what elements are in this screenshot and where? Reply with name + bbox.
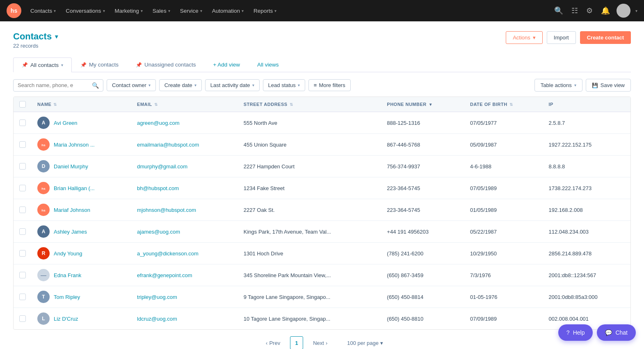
tab-unassigned-contacts[interactable]: 📌 Unassigned contacts <box>127 57 204 72</box>
contact-phone: (650) 867-3459 <box>381 264 464 286</box>
contact-email[interactable]: a_young@dickenson.com <box>137 250 199 257</box>
contact-name[interactable]: Ashley James <box>54 229 87 235</box>
contact-phone: (650) 450-8814 <box>381 286 464 308</box>
contacts-chevron-icon: ▾ <box>54 9 56 13</box>
row-checkbox[interactable] <box>19 250 26 257</box>
email-sort-icon[interactable]: ⇅ <box>154 102 158 107</box>
marketplace-icon[interactable]: ☷ <box>570 5 580 17</box>
contact-email[interactable]: efrank@genepoint.com <box>137 272 192 278</box>
contact-name[interactable]: Mariaf Johnson <box>54 207 90 213</box>
contact-ip: 2856.214.889.478 <box>543 243 630 264</box>
last-activity-date-filter[interactable]: Last activity date ▾ <box>205 79 260 91</box>
contact-dob: 01/05/1989 <box>464 199 543 221</box>
row-checkbox[interactable] <box>19 272 26 278</box>
per-page-selector[interactable]: 100 per page ▾ <box>347 340 383 346</box>
tab-all-contacts[interactable]: 📌 All contacts ▾ <box>13 57 72 72</box>
tab-all-views[interactable]: All views <box>249 57 288 72</box>
contact-email[interactable]: tripley@uog.com <box>137 294 177 300</box>
contact-name[interactable]: Brian Halligan (... <box>54 185 95 191</box>
nav-reports[interactable]: Reports ▾ <box>249 5 281 16</box>
row-checkbox[interactable] <box>19 294 26 300</box>
tab-my-contacts[interactable]: 📌 My contacts <box>72 57 127 72</box>
contact-name[interactable]: Andy Young <box>54 250 82 257</box>
col-street-address[interactable]: STREET ADDRESS ⇅ <box>238 97 381 112</box>
contact-address: 555 North Ave <box>238 112 381 134</box>
filter-bar: 🔍 Contact owner ▾ Create date ▾ Last act… <box>13 72 631 96</box>
notifications-icon[interactable]: 🔔 <box>599 5 612 17</box>
col-email[interactable]: EMAIL ⇅ <box>131 97 238 112</box>
phone-sort-icon[interactable]: ▼ <box>429 102 433 107</box>
contact-dob: 10/29/1950 <box>464 243 543 264</box>
create-contact-button[interactable]: Create contact <box>580 31 631 44</box>
contact-email[interactable]: mjohnson@hubspot.com <box>137 207 196 213</box>
help-button[interactable]: ? Help <box>558 324 593 341</box>
nav-marketing[interactable]: Marketing ▾ <box>111 5 147 16</box>
table-header-row: NAME ⇅ EMAIL ⇅ STREET ADDRESS ⇅ <box>14 97 630 112</box>
dob-sort-icon[interactable]: ⇅ <box>509 102 513 107</box>
contact-name[interactable]: Avi Green <box>54 120 78 126</box>
contact-email[interactable]: dmurphy@gmail.com <box>137 163 187 170</box>
next-page-button[interactable]: Next › <box>308 338 332 349</box>
lead-status-filter[interactable]: Lead status ▾ <box>263 79 305 91</box>
contact-email[interactable]: ldcruz@uog.com <box>137 316 177 322</box>
hubspot-logo[interactable]: hs <box>7 3 21 18</box>
row-checkbox[interactable] <box>19 163 26 170</box>
nav-sales[interactable]: Sales ▾ <box>148 5 174 16</box>
service-chevron-icon: ▾ <box>200 9 202 13</box>
contact-ip: 112.048.234.003 <box>543 221 630 243</box>
search-box[interactable]: 🔍 <box>13 79 103 92</box>
contact-name[interactable]: Edna Frank <box>54 272 81 278</box>
save-view-button[interactable]: 💾 Save view <box>586 79 631 92</box>
page-title-dropdown-icon[interactable]: ▾ <box>55 33 58 40</box>
create-date-filter[interactable]: Create date ▾ <box>159 79 202 91</box>
search-input[interactable] <box>18 82 89 88</box>
col-phone-number[interactable]: PHONE NUMBER ▼ <box>381 97 464 112</box>
import-button[interactable]: Import <box>547 31 576 44</box>
name-sort-icon[interactable]: ⇅ <box>53 102 57 107</box>
contact-address: 9 Tagore Lane Singapore, Singapo... <box>238 286 381 308</box>
contact-owner-filter[interactable]: Contact owner ▾ <box>107 79 156 91</box>
avatar: hs <box>37 204 50 216</box>
contact-email[interactable]: emailmaria@hubspot.com <box>137 142 199 148</box>
filter-chevron-icon: ▾ <box>148 83 151 87</box>
chat-button[interactable]: 💬 Chat <box>597 324 636 341</box>
row-checkbox[interactable] <box>19 119 26 126</box>
col-name[interactable]: NAME ⇅ <box>32 97 131 112</box>
select-all-checkbox[interactable] <box>19 101 26 108</box>
contact-email[interactable]: agreen@uog.com <box>137 120 180 126</box>
row-checkbox[interactable] <box>19 228 26 235</box>
contact-phone: +44 191 4956203 <box>381 221 464 243</box>
nav-conversations[interactable]: Conversations ▾ <box>62 5 109 16</box>
more-filters-button[interactable]: ≡ More filters <box>308 79 351 91</box>
tab-add-view[interactable]: + Add view <box>204 57 249 72</box>
user-avatar[interactable] <box>617 4 630 18</box>
nav-service[interactable]: Service ▾ <box>176 5 206 16</box>
contact-dob: 01-05-1976 <box>464 286 543 308</box>
row-checkbox[interactable] <box>19 185 26 191</box>
contact-name[interactable]: Daniel Murphy <box>54 163 88 170</box>
col-date-of-birth[interactable]: DATE OF BIRTH ⇅ <box>464 97 543 112</box>
reports-chevron-icon: ▾ <box>274 9 276 13</box>
contact-email[interactable]: ajames@uog.com <box>137 229 180 235</box>
chat-icon: 💬 <box>605 329 612 336</box>
search-icon[interactable]: 🔍 <box>553 5 565 17</box>
contact-name[interactable]: Tom Ripley <box>54 294 80 300</box>
current-page[interactable]: 1 <box>290 336 303 349</box>
nav-automation[interactable]: Automation ▾ <box>208 5 248 16</box>
nav-contacts[interactable]: Contacts ▾ <box>26 5 60 16</box>
header-actions: Actions ▾ Import Create contact <box>506 31 631 44</box>
contact-dob: 05/22/1987 <box>464 221 543 243</box>
contact-email[interactable]: bh@hubspot.com <box>137 185 179 191</box>
row-checkbox[interactable] <box>19 315 26 322</box>
avatar: A <box>37 225 50 238</box>
select-all-header[interactable] <box>14 97 32 112</box>
contact-name[interactable]: Liz D'Cruz <box>54 316 78 322</box>
actions-button[interactable]: Actions ▾ <box>506 31 543 44</box>
address-sort-icon[interactable]: ⇅ <box>290 102 293 107</box>
prev-page-button[interactable]: ‹ Prev <box>261 338 285 349</box>
row-checkbox[interactable] <box>19 141 26 148</box>
table-actions-button[interactable]: Table actions ▾ <box>534 79 582 92</box>
contact-name[interactable]: Maria Johnson ... <box>54 142 95 148</box>
row-checkbox[interactable] <box>19 207 26 213</box>
settings-icon[interactable]: ⚙ <box>585 5 594 17</box>
